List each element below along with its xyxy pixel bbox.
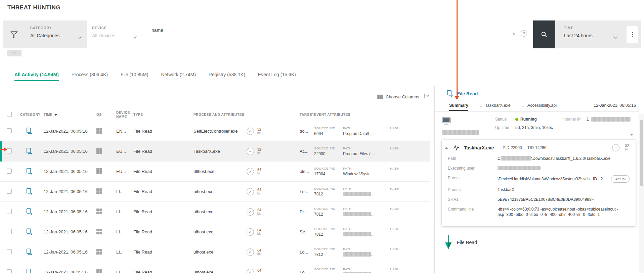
detail-tab-summary[interactable]: Summary — [449, 103, 468, 111]
process-name[interactable]: TaskbarX.exe — [464, 145, 494, 150]
row-target: do... — [298, 129, 313, 134]
windows-os-icon — [96, 229, 102, 234]
table-body: 12-Jan-2021, 06:05:16 EN... File Read Se… — [0, 121, 430, 273]
file-read-icon — [26, 228, 33, 235]
machine-ip-column: Internal IP 1 — [562, 117, 631, 135]
scrollbar-thumb[interactable] — [640, 120, 643, 186]
tab-registry-538-1k[interactable]: Registry (538.1K) — [209, 72, 245, 81]
time-label: TIME — [564, 26, 618, 30]
flow-event-label: File Read — [457, 240, 477, 245]
flow-arrow-icon — [444, 235, 452, 250]
col-category[interactable]: CATEGORY — [18, 113, 41, 117]
hash-attr: HASH — [390, 187, 430, 196]
status-running-dot — [515, 118, 518, 121]
search-query-input[interactable]: name ✕ ? — [142, 20, 533, 48]
file-read-icon — [26, 187, 33, 195]
clear-search-icon[interactable]: ✕ — [512, 31, 516, 36]
windows-os-icon — [96, 188, 102, 194]
status-value: Running — [515, 117, 537, 122]
row-process-name: uihost.exe — [194, 209, 247, 214]
windows-os-icon — [96, 168, 102, 174]
choose-columns-button[interactable]: Choose Columns — [377, 94, 419, 99]
expand-panel-icon[interactable] — [423, 93, 430, 100]
attribute-badge: ✓ — [247, 188, 254, 195]
table-row[interactable]: 12-Jan-2021, 06:05:16 EU... File Read dl… — [0, 162, 430, 182]
windows-os-icon — [96, 128, 102, 134]
actual-badge[interactable]: Actual — [611, 175, 630, 183]
collapse-icon[interactable] — [445, 147, 448, 149]
file-read-icon — [26, 147, 33, 154]
row-device-name: LI... — [114, 189, 131, 194]
attribute-badge: ✓ — [247, 128, 254, 135]
col-target[interactable]: TARGET — [298, 113, 313, 117]
row-checkbox[interactable] — [7, 189, 12, 194]
tab-process-806-4k[interactable]: Process (806.4K) — [72, 72, 108, 81]
time-dropdown[interactable]: TIME Last 24 hours — [559, 20, 622, 48]
row-category-cell — [18, 248, 41, 256]
row-type: File Read — [131, 149, 193, 154]
process-pid: PID-22900 — [503, 145, 522, 150]
machine-expand-icon[interactable] — [630, 134, 633, 136]
detail-tab-target-file[interactable]: →Accessibility.api — [521, 103, 557, 111]
search-query-text: name — [152, 28, 163, 33]
table-row[interactable]: 12-Jan-2021, 06:05:16 LI... File Read ui… — [0, 242, 430, 262]
executing-user-value — [498, 166, 630, 171]
tab-event-log-15-6k[interactable]: Event Log (15.6K) — [258, 72, 296, 81]
bitness-label: 32bit — [257, 128, 261, 135]
table-row[interactable]: 12-Jan-2021, 06:05:16 LI... File Read ui… — [0, 182, 430, 202]
device-dropdown[interactable]: DEVICE All Devices — [87, 20, 142, 48]
help-icon[interactable]: ? — [521, 30, 527, 37]
tab-file-10-85m[interactable]: File (10.85M) — [121, 72, 148, 81]
internal-ip-row: Internal IP 1 — [562, 117, 631, 122]
detail-tab-source-process[interactable]: →TaskbarX.exe — [479, 103, 511, 111]
product-value: TaskbarX — [498, 187, 630, 192]
table-row[interactable]: 12-Jan-2021, 06:05:16 EU... File Read Ta… — [0, 141, 430, 162]
table-row[interactable]: 12-Jan-2021, 06:05:16 LI... File Read ui… — [0, 262, 430, 273]
select-all-checkbox[interactable] — [7, 112, 12, 117]
col-event-attributes[interactable]: EVENT ATTRIBUTES — [313, 113, 430, 117]
machine-name-redacted[interactable] — [442, 130, 479, 135]
row-category-cell — [18, 147, 41, 155]
table-row[interactable]: 12-Jan-2021, 06:05:16 LI... File Read ui… — [0, 202, 430, 222]
row-checkbox[interactable] — [7, 229, 12, 234]
columns-icon — [377, 94, 383, 99]
attribute-badge: ✓ — [247, 168, 254, 175]
tab-network-2-74m[interactable]: Network (2.74M) — [161, 72, 196, 81]
windows-os-icon — [96, 269, 102, 273]
filter-bar: CATEGORY All Categories DEVICE All Devic… — [3, 20, 641, 48]
sha1-field: SHA1 5E9E7421875BA6C2E1007BBC4E0B0DA3900… — [448, 197, 630, 202]
col-device-name[interactable]: DEVICE NAME — [114, 111, 131, 119]
col-process-attributes[interactable]: PROCESS AND ATTRIBUTES — [193, 113, 298, 117]
search-button[interactable] — [533, 20, 555, 48]
table-row[interactable]: 12-Jan-2021, 06:05:16 EN... File Read Se… — [0, 121, 430, 141]
row-event-attributes: SOURCE PID 7812 PATH ... HASH — [313, 207, 430, 217]
category-dropdown[interactable]: CATEGORY All Categories — [25, 20, 87, 48]
col-os[interactable]: OS — [94, 113, 114, 117]
row-checkbox[interactable] — [7, 209, 12, 214]
source-pid-attr: SOURCE PID 7812 — [314, 247, 343, 257]
path-redacted — [343, 252, 371, 257]
row-type: File Read — [131, 129, 193, 134]
row-time: 12-Jan-2021, 06:05:16 — [41, 209, 94, 214]
row-target: Ac... — [298, 149, 313, 154]
table-row[interactable]: 12-Jan-2021, 06:05:16 LI... File Read ui… — [0, 222, 430, 242]
bitness-label: 64bit — [257, 208, 261, 216]
path-value: C\Downloads\TaskbarX_1.6.2.0\TaskbarX.ex… — [498, 156, 630, 161]
scrollbar[interactable] — [639, 114, 644, 273]
row-checkbox[interactable] — [7, 128, 12, 133]
row-checkbox-cell — [0, 209, 18, 215]
tab-all-activity-14-94m[interactable]: All Activity (14.94M) — [14, 72, 59, 81]
row-checkbox[interactable] — [7, 148, 12, 153]
windows-os-icon — [96, 148, 102, 154]
row-category-cell — [18, 187, 41, 196]
row-checkbox[interactable] — [7, 269, 12, 273]
filter-expand-button[interactable]: ▽ — [7, 50, 22, 56]
row-checkbox[interactable] — [7, 249, 12, 254]
row-device-name: LI... — [114, 249, 131, 255]
row-checkbox[interactable] — [7, 169, 12, 174]
col-time[interactable]: TIME — [41, 113, 94, 117]
row-process-name: uihost.exe — [194, 270, 247, 273]
more-options-button[interactable]: ⋮ — [627, 26, 638, 43]
col-type[interactable]: TYPE — [131, 113, 193, 117]
windows-os-icon — [96, 249, 102, 255]
